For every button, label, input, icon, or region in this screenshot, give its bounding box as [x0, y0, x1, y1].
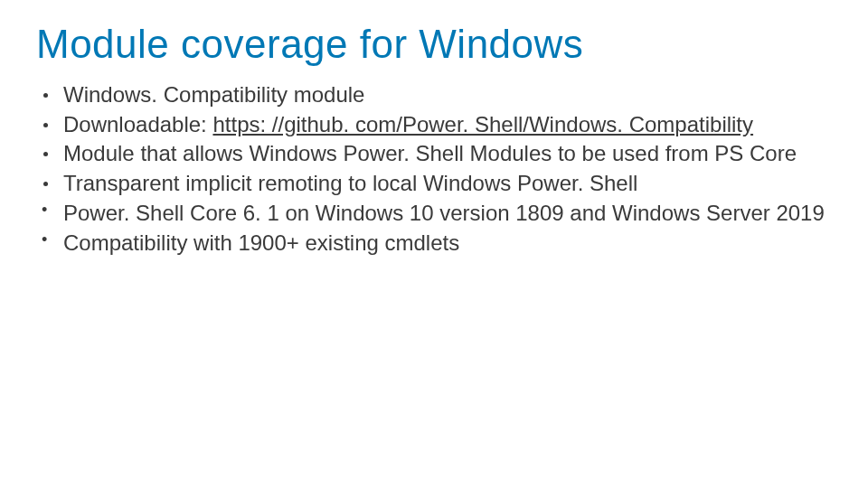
download-link[interactable]: https: //github. com/Power. Shell/Window… [212, 112, 753, 136]
slide: Module coverage for Windows Windows. Com… [0, 0, 868, 488]
bullet-item: Transparent implicit remoting to local W… [36, 170, 832, 198]
bullet-item: Compatibility with 1900+ existing cmdlet… [36, 230, 832, 258]
bullet-item: Windows. Compatibility module [36, 81, 832, 109]
bullet-item: Power. Shell Core 6. 1 on Windows 10 ver… [36, 200, 832, 228]
bullet-text: Compatibility with 1900+ existing cmdlet… [63, 230, 459, 255]
bullet-text: Power. Shell Core 6. 1 on Windows 10 ver… [63, 201, 825, 225]
bullet-text: Module that allows Windows Power. Shell … [63, 141, 797, 165]
bullet-item: Downloadable: https: //github. com/Power… [36, 111, 832, 139]
bullet-prefix: Downloadable: [63, 112, 212, 136]
bullet-item: Module that allows Windows Power. Shell … [36, 140, 832, 168]
slide-title: Module coverage for Windows [36, 22, 832, 67]
bullet-list: Windows. Compatibility module Downloadab… [36, 81, 832, 257]
bullet-text: Windows. Compatibility module [63, 82, 364, 107]
bullet-text: Transparent implicit remoting to local W… [63, 171, 637, 195]
